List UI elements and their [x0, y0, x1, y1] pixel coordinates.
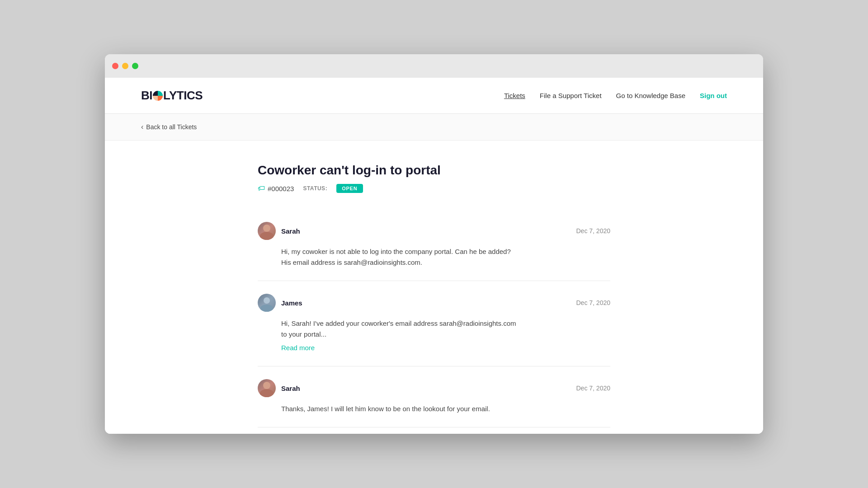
- browser-content: BILYTICS Tickets File a Support Ticket G…: [105, 78, 763, 434]
- ticket-id-wrapper: 🏷 #000023: [258, 184, 294, 192]
- message-2-line-2: to your portal...: [281, 329, 610, 340]
- message-3-header: Sarah Dec 7, 2020: [258, 379, 610, 397]
- message-2-date: Dec 7, 2020: [576, 299, 611, 306]
- message-3-author-name: Sarah: [281, 385, 300, 392]
- breadcrumb-label: Back to all Tickets: [146, 123, 197, 131]
- nav-links: Tickets File a Support Ticket Go to Know…: [504, 92, 727, 99]
- read-more-link[interactable]: Read more: [281, 343, 315, 353]
- message-1-author: Sarah: [258, 222, 300, 240]
- navbar: BILYTICS Tickets File a Support Ticket G…: [105, 78, 763, 114]
- breadcrumb-back[interactable]: ‹ Back to all Tickets: [141, 123, 727, 131]
- avatar-sarah-1: [258, 222, 276, 240]
- traffic-light-yellow[interactable]: [122, 63, 128, 69]
- nav-tickets[interactable]: Tickets: [504, 92, 525, 99]
- message-1-body: Hi, my cowoker is not able to log into t…: [258, 246, 610, 268]
- message-1-date: Dec 7, 2020: [576, 227, 611, 235]
- status-label: STATUS:: [303, 185, 327, 192]
- traffic-light-green[interactable]: [132, 63, 138, 69]
- avatar-sarah-2: [258, 379, 276, 397]
- message-2-header: James Dec 7, 2020: [258, 294, 610, 312]
- ticket-id: #000023: [268, 185, 294, 192]
- message-3-author: Sarah: [258, 379, 300, 397]
- message-1-header: Sarah Dec 7, 2020: [258, 222, 610, 240]
- avatar-james: [258, 294, 276, 312]
- message-3: Sarah Dec 7, 2020 Thanks, James! I will …: [258, 366, 610, 427]
- logo-o: [153, 91, 163, 101]
- browser-chrome: [105, 54, 763, 78]
- message-2-body: Hi, Sarah! I've added your coworker's em…: [258, 318, 610, 353]
- ticket-meta: 🏷 #000023 STATUS: OPEN: [258, 184, 610, 193]
- nav-knowledge-base[interactable]: Go to Knowledge Base: [616, 92, 685, 99]
- back-chevron-icon: ‹: [141, 123, 143, 131]
- logo: BILYTICS: [141, 89, 203, 103]
- message-3-body: Thanks, James! I will let him know to be…: [258, 404, 610, 414]
- browser-window: BILYTICS Tickets File a Support Ticket G…: [105, 54, 763, 434]
- breadcrumb-bar: ‹ Back to all Tickets: [105, 114, 763, 141]
- message-3-line-1: Thanks, James! I will let him know to be…: [281, 404, 610, 414]
- message-3-date: Dec 7, 2020: [576, 385, 611, 392]
- message-1-line-2: His email address is sarah@radioinsights…: [281, 257, 610, 268]
- messages-list: Sarah Dec 7, 2020 Hi, my cowoker is not …: [258, 209, 610, 427]
- status-badge: OPEN: [336, 184, 363, 193]
- message-2-author-name: James: [281, 299, 302, 307]
- ticket-title: Coworker can't log-in to portal: [258, 163, 610, 178]
- nav-file-support[interactable]: File a Support Ticket: [540, 92, 602, 99]
- nav-sign-out[interactable]: Sign out: [700, 92, 727, 99]
- message-2-line-1: Hi, Sarah! I've added your coworker's em…: [281, 318, 610, 329]
- message-1: Sarah Dec 7, 2020 Hi, my cowoker is not …: [258, 209, 610, 281]
- message-1-line-1: Hi, my cowoker is not able to log into t…: [281, 246, 610, 257]
- ticket-tag-icon: 🏷: [258, 184, 265, 192]
- message-1-author-name: Sarah: [281, 227, 300, 235]
- main-content: Coworker can't log-in to portal 🏷 #00002…: [249, 141, 619, 434]
- message-2: James Dec 7, 2020 Hi, Sarah! I've added …: [258, 281, 610, 366]
- traffic-light-red[interactable]: [112, 63, 118, 69]
- message-2-author: James: [258, 294, 302, 312]
